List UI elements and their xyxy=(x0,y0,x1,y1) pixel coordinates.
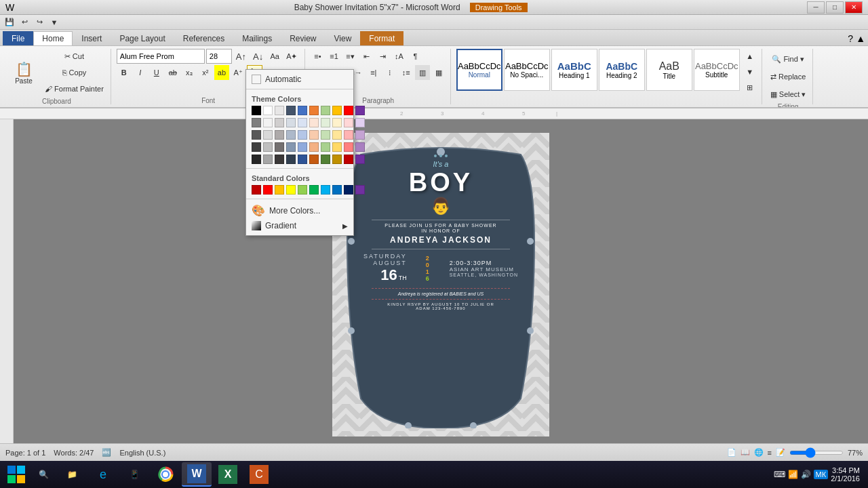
color-cell[interactable] xyxy=(263,185,273,195)
font-name-input[interactable] xyxy=(117,49,205,64)
style-normal[interactable]: AaBbCcDc Normal xyxy=(456,49,502,91)
color-cell[interactable] xyxy=(309,106,319,115)
bold-button[interactable]: B xyxy=(117,65,132,80)
color-cell[interactable] xyxy=(309,130,319,140)
color-cell[interactable] xyxy=(263,142,273,152)
tab-file[interactable]: File xyxy=(3,31,33,45)
tab-references[interactable]: References xyxy=(174,31,233,45)
color-cell[interactable] xyxy=(321,106,330,115)
taskbar-ie[interactable]: e xyxy=(88,462,118,487)
color-cell[interactable] xyxy=(344,118,353,127)
style-heading1[interactable]: AaBbC Heading 1 xyxy=(551,49,597,91)
color-cell[interactable] xyxy=(252,185,261,195)
color-cell[interactable] xyxy=(309,155,319,164)
view-print-icon[interactable]: 📄 xyxy=(727,448,736,457)
taskbar-file-explorer[interactable]: 📁 xyxy=(57,462,87,487)
tab-page-layout[interactable]: Page Layout xyxy=(111,31,174,45)
taskbar-network-icon[interactable]: 📶 xyxy=(788,470,798,479)
taskbar-viber[interactable]: 📱 xyxy=(119,462,149,487)
color-cell[interactable] xyxy=(332,130,342,140)
taskbar-chrome[interactable] xyxy=(151,462,180,487)
color-cell[interactable] xyxy=(344,155,353,164)
tab-view[interactable]: View xyxy=(326,31,361,45)
color-cell[interactable] xyxy=(344,142,353,152)
color-cell[interactable] xyxy=(286,118,296,127)
taskbar-volume-icon[interactable]: 🔊 xyxy=(801,470,811,479)
color-cell[interactable] xyxy=(344,185,353,195)
superscript-button[interactable]: x² xyxy=(198,65,213,80)
color-cell[interactable] xyxy=(321,185,330,195)
format-painter-button[interactable]: 🖌 Format Painter xyxy=(42,81,106,96)
automatic-color-item[interactable]: Automatic xyxy=(246,73,353,86)
maximize-button[interactable]: □ xyxy=(826,1,844,14)
sort-button[interactable]: ↕A xyxy=(392,49,407,64)
save-qa-button[interactable]: 💾 xyxy=(3,16,16,28)
color-cell[interactable] xyxy=(321,118,330,127)
color-cell[interactable] xyxy=(286,155,296,164)
color-cell[interactable] xyxy=(263,106,273,115)
color-cell[interactable] xyxy=(332,155,342,164)
copy-button[interactable]: ⎘ Copy xyxy=(42,65,106,80)
color-cell[interactable] xyxy=(309,118,319,127)
column-button[interactable]: ⫶ xyxy=(382,65,397,80)
color-cell[interactable] xyxy=(355,118,365,127)
replace-button[interactable]: ⇄ Replace xyxy=(768,69,809,84)
color-cell[interactable] xyxy=(275,130,284,140)
color-cell[interactable] xyxy=(275,155,284,164)
color-cell[interactable] xyxy=(321,155,330,164)
taskbar-app1[interactable]: C xyxy=(244,462,274,487)
styles-scroll-down[interactable]: ▼ xyxy=(743,64,757,79)
color-cell[interactable] xyxy=(286,130,296,140)
style-heading2[interactable]: AaBbC Heading 2 xyxy=(599,49,645,91)
gradient-item[interactable]: Gradient ▶ xyxy=(246,219,353,232)
border-button[interactable]: ▦ xyxy=(431,65,446,80)
ribbon-help-button[interactable]: ? xyxy=(848,33,853,44)
styles-expand[interactable]: ⊞ xyxy=(743,80,757,95)
window-controls[interactable]: ─ □ ✕ xyxy=(807,1,863,14)
text-effects-button[interactable]: A✦ xyxy=(283,49,300,64)
select-button[interactable]: ▦ Select ▾ xyxy=(768,87,809,102)
color-cell[interactable] xyxy=(252,118,261,127)
invitation-card[interactable]: It's a BOY 👨 PLEASE JOIN US FOR A BABY S… xyxy=(340,141,541,428)
tab-review[interactable]: Review xyxy=(281,31,325,45)
more-colors-item[interactable]: 🎨 More Colors... xyxy=(246,202,353,219)
color-cell[interactable] xyxy=(344,106,353,115)
color-cell[interactable] xyxy=(355,185,365,195)
clear-format-button[interactable]: Aa xyxy=(267,49,282,64)
view-draft-icon[interactable]: 📝 xyxy=(776,448,785,457)
cut-button[interactable]: ✂ Cut xyxy=(42,49,106,64)
taskbar-word[interactable]: W xyxy=(182,462,212,487)
styles-scroll-up[interactable]: ▲ xyxy=(743,49,757,64)
start-button[interactable] xyxy=(3,462,30,487)
style-title[interactable]: AaB Title xyxy=(646,49,692,91)
zoom-level[interactable]: 77% xyxy=(848,449,863,457)
color-cell[interactable] xyxy=(298,130,307,140)
color-cell[interactable] xyxy=(298,106,307,115)
numbering-button[interactable]: ≡1 xyxy=(327,49,342,64)
style-no-spacing[interactable]: AaBbCcDc No Spaci... xyxy=(504,49,550,91)
style-subtitle[interactable]: AaBbCcDc Subtitle xyxy=(694,49,740,91)
line-spacing-button[interactable]: ↕≡ xyxy=(399,65,414,80)
minimize-button[interactable]: ─ xyxy=(807,1,825,14)
paste-button[interactable]: 📋 Paste xyxy=(7,52,41,94)
find-button[interactable]: 🔍 Find ▾ xyxy=(768,52,809,66)
color-cell[interactable] xyxy=(355,155,365,164)
color-cell[interactable] xyxy=(332,185,342,195)
color-cell[interactable] xyxy=(263,130,273,140)
color-cell[interactable] xyxy=(332,106,342,115)
color-cell[interactable] xyxy=(355,106,365,115)
color-cell[interactable] xyxy=(286,185,296,195)
color-cell[interactable] xyxy=(275,118,284,127)
shrink-font-button[interactable]: A↓ xyxy=(250,49,266,64)
color-cell[interactable] xyxy=(252,130,261,140)
color-cell[interactable] xyxy=(298,142,307,152)
taskbar-keyboard-icon[interactable]: ⌨ xyxy=(774,470,785,479)
color-cell[interactable] xyxy=(252,106,261,115)
subscript-button[interactable]: x₂ xyxy=(182,65,197,80)
color-cell[interactable] xyxy=(298,185,307,195)
taskbar-lang-icon[interactable]: МК xyxy=(814,470,829,479)
grow-font-button[interactable]: A↑ xyxy=(233,49,249,64)
decrease-indent-button[interactable]: ⇤ xyxy=(359,49,374,64)
show-formatting-button[interactable]: ¶ xyxy=(408,49,423,64)
language[interactable]: English (U.S.) xyxy=(119,449,165,457)
